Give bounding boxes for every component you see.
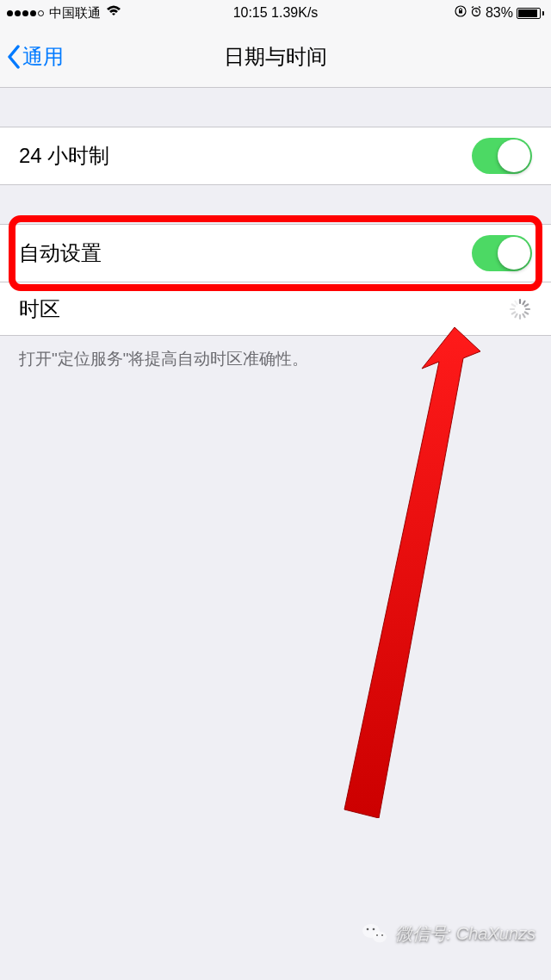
svg-line-12 bbox=[523, 313, 525, 316]
row-auto-set-label: 自动设置 bbox=[19, 239, 102, 267]
toggle-auto-set[interactable] bbox=[472, 235, 532, 271]
wechat-icon bbox=[361, 920, 388, 947]
svg-line-18 bbox=[516, 301, 517, 303]
svg-rect-1 bbox=[459, 10, 462, 14]
alarm-icon bbox=[470, 5, 482, 21]
svg-point-22 bbox=[366, 928, 368, 931]
status-bar: 中国联通 10:15 1.39K/s 83% bbox=[0, 0, 551, 26]
battery-icon bbox=[517, 8, 544, 19]
navigation-bar: 通用 日期与时间 bbox=[0, 26, 551, 88]
row-24hour[interactable]: 24 小时制 bbox=[0, 127, 551, 185]
row-24hour-label: 24 小时制 bbox=[19, 142, 109, 170]
svg-point-23 bbox=[372, 928, 375, 931]
svg-marker-19 bbox=[344, 327, 480, 818]
toggle-24hour[interactable] bbox=[472, 138, 532, 174]
lock-icon bbox=[455, 5, 467, 21]
svg-point-21 bbox=[373, 932, 387, 943]
battery-percent: 83% bbox=[486, 5, 513, 21]
svg-line-14 bbox=[516, 313, 517, 316]
wifi-icon bbox=[106, 5, 121, 21]
row-timezone-label: 时区 bbox=[19, 295, 60, 323]
svg-line-9 bbox=[525, 304, 528, 306]
svg-line-17 bbox=[512, 304, 515, 306]
svg-point-25 bbox=[381, 934, 383, 936]
svg-point-24 bbox=[376, 934, 378, 936]
svg-line-11 bbox=[525, 312, 528, 313]
svg-line-6 bbox=[479, 7, 480, 9]
back-button[interactable]: 通用 bbox=[7, 43, 64, 71]
carrier-label: 中国联通 bbox=[49, 5, 101, 22]
svg-line-15 bbox=[512, 312, 515, 313]
signal-strength-icon bbox=[7, 10, 44, 16]
watermark-text: 微信号: ChaXunzs bbox=[395, 922, 536, 946]
status-right: 83% bbox=[455, 5, 544, 21]
svg-line-5 bbox=[472, 7, 474, 9]
status-time: 10:15 1.39K/s bbox=[233, 5, 319, 21]
chevron-left-icon bbox=[7, 45, 21, 69]
back-label: 通用 bbox=[22, 43, 64, 71]
watermark: 微信号: ChaXunzs bbox=[361, 920, 536, 947]
svg-line-8 bbox=[523, 301, 525, 303]
row-auto-set[interactable]: 自动设置 bbox=[0, 224, 551, 282]
arrow-annotation bbox=[310, 327, 482, 818]
page-title: 日期与时间 bbox=[224, 43, 327, 71]
footer-hint: 打开"定位服务"将提高自动时区准确性。 bbox=[0, 336, 551, 382]
row-timezone[interactable]: 时区 bbox=[0, 282, 551, 336]
status-left: 中国联通 bbox=[7, 5, 121, 22]
loading-spinner-icon bbox=[508, 297, 532, 321]
